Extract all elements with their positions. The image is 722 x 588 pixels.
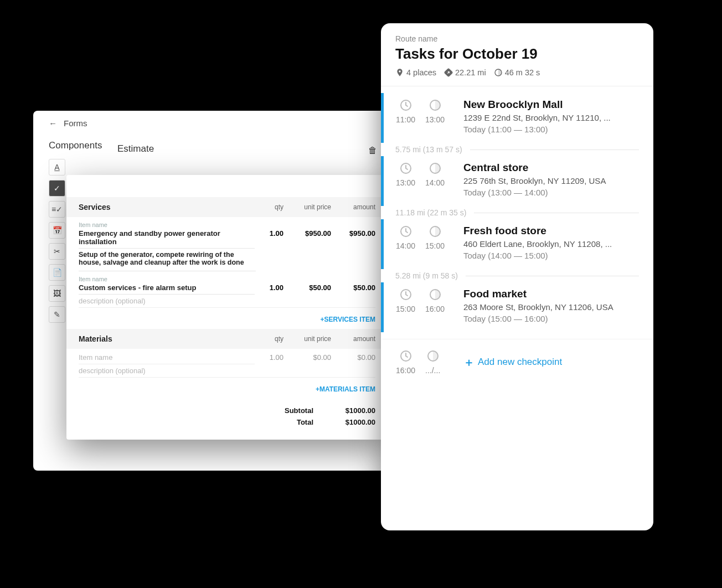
stop-times: 15:00 16:00: [396, 288, 456, 323]
route-stop[interactable]: 13:00 14:00 Central store 225 76th St, B…: [381, 156, 653, 206]
distance-value: 22.21 mi: [455, 68, 486, 77]
text-icon[interactable]: A: [49, 159, 65, 176]
route-stop[interactable]: 14:00 15:00 Fresh food store 460 Eldert …: [381, 219, 653, 269]
col-unit-price: unit price: [283, 203, 331, 211]
gap-segment: 11.18 mi (22 m 35 s): [381, 206, 653, 219]
gap-text: 11.18 mi (22 m 35 s): [395, 208, 466, 217]
stop-window: Today (15:00 — 16:00): [463, 314, 639, 323]
stop-start: 14:00: [396, 241, 415, 250]
item-name-placeholder[interactable]: Item name: [79, 353, 255, 364]
item-unit-price[interactable]: $950.00: [283, 229, 331, 238]
add-materials-item-link[interactable]: +MATERIALS ITEM: [66, 378, 388, 399]
turn-icon: [444, 68, 453, 77]
duration-icon: [494, 68, 503, 77]
item-description[interactable]: Setup of the generator, compete rewiring…: [79, 251, 256, 271]
col-unit-price: unit price: [283, 335, 331, 343]
stop-window: Today (13:00 — 14:00): [463, 188, 639, 197]
duration-icon: [429, 99, 442, 112]
materials-label: Materials: [79, 334, 255, 343]
item-name-label: Item name: [79, 276, 375, 282]
back-icon[interactable]: ←: [49, 118, 57, 128]
stop-end: 14:00: [425, 178, 445, 187]
item-qty[interactable]: 1.00: [255, 283, 283, 292]
gap-segment: 5.28 mi (9 m 58 s): [381, 269, 653, 282]
item-amount: $950.00: [331, 229, 375, 238]
item-description-placeholder[interactable]: description (optional): [79, 297, 375, 308]
gap-segment: 5.75 mi (13 m 57 s): [381, 143, 653, 156]
add-checkpoint-label: Add new checkpoint: [478, 357, 562, 368]
cut-icon[interactable]: ✂: [49, 243, 65, 260]
route-stop[interactable]: 15:00 16:00 Food market 263 Moore St, Br…: [381, 282, 653, 332]
service-item: Item name Custom services - fire alarm s…: [66, 271, 388, 308]
route-title: Tasks for October 19: [395, 45, 639, 63]
add-checkpoint-row: 16:00 .../... ＋ Add new checkpoint: [381, 339, 653, 384]
col-qty: qty: [255, 203, 283, 211]
new-stop-start: 16:00: [396, 366, 415, 375]
stop-window: Today (11:00 — 13:00): [463, 125, 639, 134]
item-name-input[interactable]: Emergency and standby power generator in…: [79, 229, 255, 249]
item-description-placeholder[interactable]: description (optional): [79, 367, 375, 378]
clock-icon: [399, 349, 412, 363]
stop-end: 16:00: [425, 305, 445, 313]
stops-list: 11:00 13:00 New Broocklyn Mall 1239 E 22…: [381, 86, 653, 530]
add-checkpoint-button[interactable]: ＋ Add new checkpoint: [463, 355, 562, 370]
stop-name: Food market: [463, 288, 639, 300]
col-qty: qty: [255, 335, 283, 343]
add-services-item-link[interactable]: +SERVICES ITEM: [66, 308, 388, 329]
stop-window: Today (14:00 — 15:00): [463, 251, 639, 260]
estimate-title: Estimate: [117, 139, 154, 162]
estimate-sheet: Services qty unit price amount Item name…: [66, 175, 388, 440]
components-title: Components: [49, 136, 110, 159]
places-count: 4 places: [406, 68, 436, 77]
forms-breadcrumb[interactable]: Forms: [64, 118, 87, 128]
date-icon[interactable]: 📅: [49, 222, 65, 239]
item-qty[interactable]: 1.00: [255, 353, 283, 362]
stop-start: 13:00: [396, 178, 415, 187]
route-panel: Route name Tasks for October 19 4 places…: [381, 23, 653, 530]
gap-text: 5.28 mi (9 m 58 s): [395, 271, 458, 280]
service-item: Item name Emergency and standby power ge…: [66, 217, 388, 271]
pin-icon: [395, 68, 404, 77]
list-icon[interactable]: ≡✓: [49, 201, 65, 218]
stop-start: 15:00: [396, 305, 415, 313]
services-section-header: Services qty unit price amount: [66, 197, 388, 217]
item-name-input[interactable]: Custom services - fire alarm setup: [79, 283, 255, 295]
item-unit-price[interactable]: $50.00: [283, 283, 331, 292]
item-qty[interactable]: 1.00: [255, 229, 283, 238]
file-icon[interactable]: 📄: [49, 264, 65, 281]
item-amount: $0.00: [331, 353, 375, 362]
clock-icon: [399, 162, 412, 175]
item-amount: $50.00: [331, 283, 375, 292]
stop-name: Central store: [463, 162, 639, 174]
materials-section-header: Materials qty unit price amount: [66, 329, 388, 349]
stop-address: 460 Eldert Lane, Brooklyn, NY 11208, ...: [463, 239, 639, 249]
col-amount: amount: [331, 335, 375, 343]
duration-value: 46 m 32 s: [505, 68, 540, 77]
clock-icon: [399, 288, 412, 301]
new-stop-end: .../...: [425, 366, 440, 375]
item-unit-price[interactable]: $0.00: [283, 353, 331, 362]
totals: Subtotal $1000.00 Total $1000.00: [66, 399, 388, 440]
services-label: Services: [79, 203, 255, 212]
stop-times: 14:00 15:00: [396, 225, 456, 260]
item-name-label: Item name: [79, 221, 375, 228]
delete-icon[interactable]: 🗑: [368, 146, 377, 156]
duration-icon: [429, 162, 442, 175]
stop-name: New Broocklyn Mall: [463, 99, 639, 111]
duration-icon: [426, 349, 440, 363]
gap-text: 5.75 mi (13 m 57 s): [395, 145, 462, 154]
checkbox-icon[interactable]: ✓: [49, 180, 65, 197]
stop-address: 263 Moore St, Brooklyn, NY 11206, USA: [463, 302, 639, 312]
image-icon[interactable]: 🖼: [49, 285, 65, 302]
stop-address: 1239 E 22nd St, Brooklyn, NY 11210, ...: [463, 113, 639, 122]
stop-start: 11:00: [396, 115, 415, 124]
pencil-icon[interactable]: ✎: [49, 306, 65, 323]
clock-icon: [399, 225, 412, 238]
total-label: Total: [247, 418, 313, 426]
total-amount: $1000.00: [331, 418, 375, 426]
stop-name: Fresh food store: [463, 225, 639, 237]
stop-times: 11:00 13:00: [396, 99, 456, 134]
material-item: Item name 1.00 $0.00 $0.00 description (…: [66, 349, 388, 378]
route-stop[interactable]: 11:00 13:00 New Broocklyn Mall 1239 E 22…: [381, 93, 653, 143]
plus-icon: ＋: [463, 355, 475, 370]
